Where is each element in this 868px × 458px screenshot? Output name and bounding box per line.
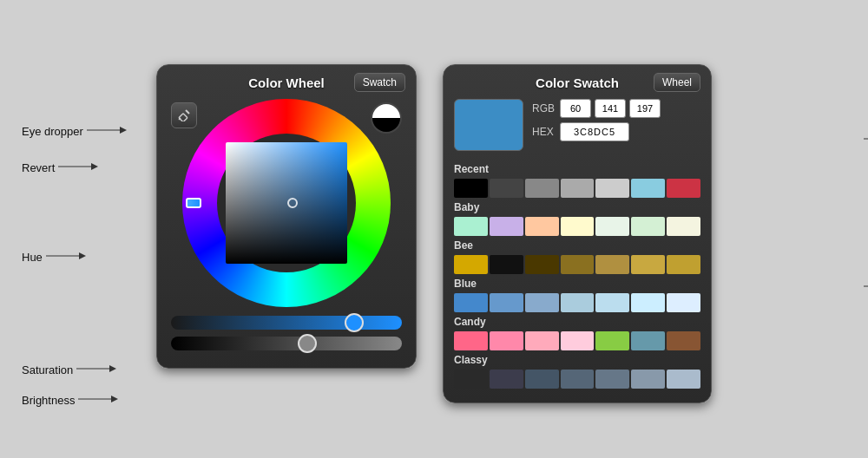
swatch-cell[interactable] bbox=[561, 331, 595, 350]
color-square[interactable] bbox=[226, 142, 347, 264]
hue-label: Hue bbox=[22, 251, 81, 264]
swatch-top-area: RGB HEX bbox=[454, 99, 700, 151]
swatch-cell[interactable] bbox=[525, 255, 559, 274]
swatch-cell[interactable] bbox=[490, 293, 523, 312]
rgb-b-input[interactable] bbox=[629, 99, 661, 118]
swatch-cell[interactable] bbox=[631, 331, 665, 350]
swatch-cell[interactable] bbox=[454, 179, 488, 198]
swatch-cell[interactable] bbox=[667, 331, 700, 350]
swatch-cell[interactable] bbox=[667, 370, 700, 389]
rgb-r-input[interactable] bbox=[560, 99, 591, 118]
color-preview bbox=[454, 99, 523, 151]
hue-indicator[interactable] bbox=[186, 198, 201, 208]
brightness-slider[interactable] bbox=[171, 337, 402, 350]
swatch-row-baby bbox=[454, 217, 700, 236]
swatch-cell[interactable] bbox=[595, 293, 629, 312]
revert-button[interactable] bbox=[371, 102, 402, 134]
swatches-scroll[interactable]: Recent Baby Bee bbox=[454, 160, 700, 392]
brightness-slider-row bbox=[171, 337, 402, 350]
rgb-input-row: RGB bbox=[532, 99, 700, 118]
swatch-cell[interactable] bbox=[525, 370, 559, 389]
swatch-row-recent bbox=[454, 179, 700, 198]
swatch-cell[interactable] bbox=[525, 217, 559, 236]
swatch-cell[interactable] bbox=[454, 255, 488, 274]
hex-label: HEX bbox=[532, 126, 556, 138]
swatch-row-blue bbox=[454, 293, 700, 312]
section-label-baby: Baby bbox=[454, 201, 700, 213]
section-label-bee: Bee bbox=[454, 239, 700, 252]
saturation-thumb[interactable] bbox=[345, 313, 364, 332]
numerical-input-label: Numerical input bbox=[864, 134, 868, 147]
swatch-cell[interactable] bbox=[595, 255, 629, 274]
color-swatch-panel: Color Swatch Wheel RGB HEX Recent bbox=[443, 64, 712, 403]
svg-marker-7 bbox=[109, 365, 116, 372]
section-label-recent: Recent bbox=[454, 163, 700, 175]
swatch-cell[interactable] bbox=[667, 217, 700, 236]
saturation-slider-row bbox=[171, 316, 402, 330]
swatch-cell[interactable] bbox=[454, 293, 488, 312]
swatch-cell[interactable] bbox=[454, 217, 488, 236]
svg-marker-9 bbox=[111, 396, 118, 402]
swatch-cell[interactable] bbox=[595, 370, 629, 389]
swatch-row-candy bbox=[454, 331, 700, 350]
swatch-cell[interactable] bbox=[667, 179, 700, 198]
wheel-area bbox=[168, 99, 405, 307]
swatch-cell[interactable] bbox=[667, 293, 700, 312]
eye-dropper-button[interactable] bbox=[171, 102, 197, 128]
color-swatch-title: Color Swatch bbox=[536, 75, 619, 90]
section-label-candy: Candy bbox=[454, 316, 700, 328]
brightness-thumb[interactable] bbox=[298, 334, 317, 353]
section-label-blue: Blue bbox=[454, 278, 700, 290]
hex-input[interactable] bbox=[560, 122, 629, 141]
swatch-cell[interactable] bbox=[490, 179, 523, 198]
swatch-cell[interactable] bbox=[631, 255, 665, 274]
swatch-button[interactable]: Swatch bbox=[354, 73, 405, 92]
eye-dropper-label: Eye dropper bbox=[22, 125, 122, 138]
color-wheel-title: Color Wheel bbox=[248, 75, 325, 90]
swatch-cell[interactable] bbox=[631, 179, 665, 198]
swatches-label: Swatches bbox=[864, 281, 868, 294]
color-wheel-panel: Color Wheel Swatch bbox=[156, 64, 417, 369]
swatch-cell[interactable] bbox=[525, 179, 559, 198]
sliders-area bbox=[168, 316, 405, 350]
swatch-cell[interactable] bbox=[561, 293, 595, 312]
swatch-cell[interactable] bbox=[490, 217, 523, 236]
swatch-cell[interactable] bbox=[595, 217, 629, 236]
saturation-slider[interactable] bbox=[171, 316, 402, 330]
swatch-cell[interactable] bbox=[631, 217, 665, 236]
hex-input-row: HEX bbox=[532, 122, 700, 141]
svg-marker-3 bbox=[91, 163, 98, 170]
swatch-cell[interactable] bbox=[667, 255, 700, 274]
swatch-cell[interactable] bbox=[595, 179, 629, 198]
swatch-cell[interactable] bbox=[561, 217, 595, 236]
swatch-cell[interactable] bbox=[454, 370, 488, 389]
swatch-cell[interactable] bbox=[561, 179, 595, 198]
swatch-cell[interactable] bbox=[631, 370, 665, 389]
swatch-cell[interactable] bbox=[561, 370, 595, 389]
wheel-button[interactable]: Wheel bbox=[654, 73, 700, 92]
brightness-label: Brightness bbox=[22, 394, 113, 407]
swatch-cell[interactable] bbox=[490, 331, 523, 350]
rgb-g-input[interactable] bbox=[595, 99, 626, 118]
swatch-cell[interactable] bbox=[490, 255, 523, 274]
color-wheel-header: Color Wheel Swatch bbox=[168, 75, 405, 90]
svg-marker-1 bbox=[120, 127, 127, 134]
color-inputs: RGB HEX bbox=[532, 99, 700, 146]
swatch-cell[interactable] bbox=[490, 370, 523, 389]
swatch-row-bee bbox=[454, 255, 700, 274]
swatch-cell[interactable] bbox=[561, 255, 595, 274]
swatch-cell[interactable] bbox=[525, 331, 559, 350]
svg-line-10 bbox=[186, 110, 189, 114]
color-ring[interactable] bbox=[182, 99, 391, 307]
saturation-label: Saturation bbox=[22, 363, 111, 376]
revert-label: Revert bbox=[22, 161, 93, 174]
rgb-label: RGB bbox=[532, 102, 556, 114]
svg-rect-11 bbox=[179, 113, 187, 121]
swatch-cell[interactable] bbox=[631, 293, 665, 312]
swatch-cell[interactable] bbox=[454, 331, 488, 350]
section-label-classy: Classy bbox=[454, 354, 700, 366]
swatch-row-classy bbox=[454, 370, 700, 389]
swatch-cell[interactable] bbox=[525, 293, 559, 312]
swatch-cell[interactable] bbox=[595, 331, 629, 350]
color-swatch-header: Color Swatch Wheel bbox=[454, 75, 700, 90]
